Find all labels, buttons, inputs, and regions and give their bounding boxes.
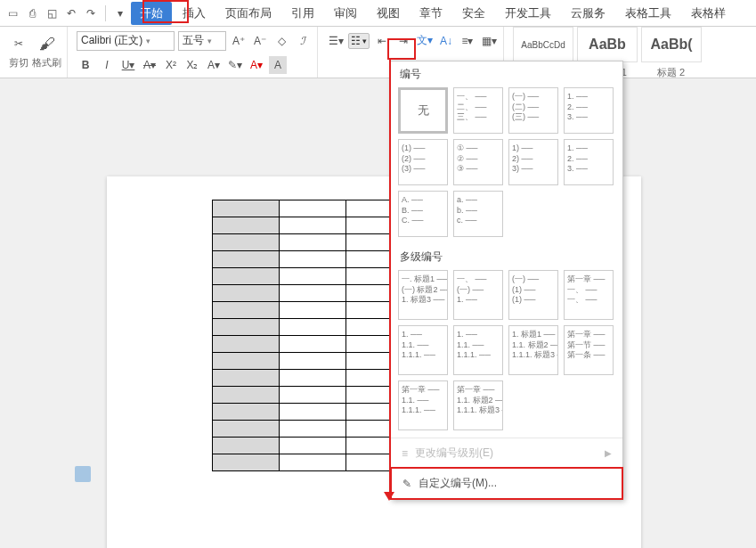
- style-heading2[interactable]: AaBb(: [641, 27, 702, 62]
- custom-numbering-item[interactable]: ✎ 自定义编号(M)...: [390, 467, 623, 500]
- numbering-thumb[interactable]: 一. 标题1 ──(一) 标题2 ──1. 标题3 ──: [398, 270, 448, 320]
- highlight-icon[interactable]: ✎▾: [226, 56, 244, 74]
- numbering-thumb[interactable]: 第一章 ──一、 ──一、 ──: [564, 270, 614, 320]
- redo-icon[interactable]: ↷: [82, 4, 100, 22]
- selection-tag-icon[interactable]: [75, 466, 91, 482]
- table-cell[interactable]: [280, 336, 346, 353]
- superscript-icon[interactable]: X²: [162, 56, 180, 74]
- decrease-font-icon[interactable]: A⁻: [251, 32, 269, 50]
- table-cell[interactable]: [213, 234, 280, 251]
- italic-icon[interactable]: I: [98, 56, 116, 74]
- numbering-button[interactable]: ☷▾: [348, 33, 370, 49]
- table-cell[interactable]: [213, 404, 280, 421]
- numbering-thumb[interactable]: A. ──B. ──C. ──: [398, 191, 448, 237]
- table-cell[interactable]: [213, 454, 280, 471]
- numbering-thumb[interactable]: 1. ──2. ──3. ──: [564, 87, 614, 134]
- table-cell[interactable]: [213, 319, 280, 336]
- numbering-thumb[interactable]: 第一章 ──1.1. 标题2 ──1.1.1. 标题3 ──: [453, 380, 503, 430]
- dropdown-icon[interactable]: ▾: [111, 4, 129, 22]
- decrease-indent-icon[interactable]: ⇤: [373, 32, 391, 50]
- tab-insert[interactable]: 插入: [174, 2, 215, 25]
- table-cell[interactable]: [280, 268, 346, 285]
- table-cell[interactable]: [213, 336, 280, 353]
- preview-icon[interactable]: ◱: [43, 4, 61, 22]
- numbering-thumb[interactable]: 1. ──2. ──3. ──: [564, 139, 614, 185]
- format-painter-icon[interactable]: 🖌: [32, 35, 61, 53]
- numbering-thumb[interactable]: a. ──b. ──c. ──: [453, 191, 503, 237]
- underline-icon[interactable]: U▾: [119, 56, 137, 74]
- font-color-icon[interactable]: A▾: [248, 56, 265, 74]
- tab-page-layout[interactable]: 页面布局: [216, 2, 280, 25]
- table-cell[interactable]: [280, 370, 346, 387]
- line-spacing-icon[interactable]: ≡▾: [459, 32, 476, 50]
- table-cell[interactable]: [213, 353, 280, 370]
- document-table[interactable]: [212, 200, 413, 471]
- table-cell[interactable]: [280, 319, 346, 336]
- strikethrough-icon[interactable]: A▾: [141, 56, 159, 74]
- numbering-thumb[interactable]: 一、 ──(一) ──1. ──: [453, 270, 503, 320]
- change-case-icon[interactable]: ℐ: [294, 32, 312, 50]
- table-cell[interactable]: [280, 200, 346, 217]
- numbering-thumb[interactable]: (一) ──(1) ──(1) ──: [508, 270, 558, 320]
- cut-icon[interactable]: ✂: [9, 35, 28, 53]
- table-cell[interactable]: [280, 353, 346, 370]
- numbering-thumb[interactable]: 1) ──2) ──3) ──: [508, 139, 558, 185]
- bold-icon[interactable]: B: [77, 56, 94, 74]
- subscript-icon[interactable]: X₂: [183, 56, 201, 74]
- table-cell[interactable]: [213, 302, 280, 319]
- table-cell[interactable]: [280, 421, 346, 438]
- tab-view[interactable]: 视图: [368, 2, 409, 25]
- table-cell[interactable]: [213, 268, 280, 285]
- bullets-icon[interactable]: ☰▾: [327, 32, 345, 50]
- undo-icon[interactable]: ↶: [62, 4, 80, 22]
- table-cell[interactable]: [280, 454, 346, 471]
- table-cell[interactable]: [280, 234, 346, 251]
- numbering-thumb[interactable]: (一) ──(二) ──(三) ──: [508, 87, 558, 134]
- table-cell[interactable]: [280, 285, 346, 302]
- numbering-thumb[interactable]: 1. ──1.1. ──1.1.1. ──: [453, 325, 503, 375]
- numbering-thumb[interactable]: 第一章 ──第一节 ──第一条 ──: [564, 325, 614, 375]
- numbering-thumb[interactable]: 一、 ──二、 ──三、 ──: [453, 87, 503, 134]
- style-heading1[interactable]: AaBb: [577, 27, 638, 62]
- tab-table-tools[interactable]: 表格工具: [616, 2, 680, 25]
- numbering-thumb[interactable]: ① ──② ──③ ──: [453, 139, 503, 185]
- table-cell[interactable]: [213, 370, 280, 387]
- increase-font-icon[interactable]: A⁺: [230, 32, 248, 50]
- increase-indent-icon[interactable]: ⇥: [394, 32, 412, 50]
- numbering-none-thumb[interactable]: 无: [398, 87, 448, 134]
- save-icon[interactable]: ▭: [4, 4, 21, 22]
- font-name-combo[interactable]: Calibri (正文)▾: [77, 31, 175, 51]
- table-cell[interactable]: [213, 421, 280, 438]
- borders-icon[interactable]: ▦▾: [480, 32, 498, 50]
- table-cell[interactable]: [213, 251, 280, 268]
- table-cell[interactable]: [280, 217, 346, 234]
- tab-table-style[interactable]: 表格样: [682, 2, 735, 25]
- table-cell[interactable]: [280, 438, 346, 454]
- table-cell[interactable]: [213, 217, 280, 234]
- table-cell[interactable]: [213, 285, 280, 302]
- tab-references[interactable]: 引用: [282, 2, 323, 25]
- text-effects-icon[interactable]: A▾: [205, 56, 223, 74]
- numbering-thumb[interactable]: 1. 标题1 ──1.1. 标题2 ──1.1.1. 标题3 ──: [508, 325, 558, 375]
- tab-dev-tools[interactable]: 开发工具: [496, 2, 560, 25]
- table-cell[interactable]: [280, 251, 346, 268]
- table-cell[interactable]: [280, 302, 346, 319]
- tab-start[interactable]: 开始: [131, 2, 172, 25]
- style-normal[interactable]: AaBbCcDd: [513, 27, 573, 62]
- clear-format-icon[interactable]: ◇: [272, 32, 290, 50]
- font-size-combo[interactable]: 五号▾: [178, 31, 226, 51]
- table-cell[interactable]: [280, 404, 346, 421]
- tab-chapter[interactable]: 章节: [411, 2, 451, 25]
- char-shading-icon[interactable]: A: [269, 56, 287, 74]
- table-cell[interactable]: [280, 387, 346, 404]
- table-cell[interactable]: [213, 387, 280, 404]
- print-icon[interactable]: ⎙: [23, 4, 41, 22]
- table-cell[interactable]: [213, 200, 280, 217]
- text-direction-icon[interactable]: 文▾: [416, 32, 434, 50]
- tab-cloud[interactable]: 云服务: [562, 2, 614, 25]
- numbering-thumb[interactable]: (1) ──(2) ──(3) ──: [398, 139, 448, 185]
- numbering-thumb[interactable]: 1. ──1.1. ──1.1.1. ──: [398, 325, 448, 375]
- table-cell[interactable]: [213, 438, 280, 454]
- sort-icon[interactable]: A↓: [437, 32, 455, 50]
- tab-review[interactable]: 审阅: [325, 2, 366, 25]
